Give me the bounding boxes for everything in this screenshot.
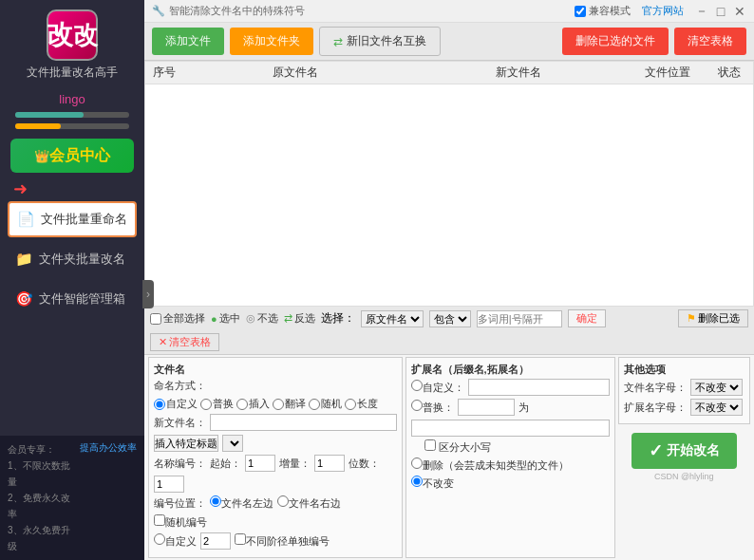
add-file-button[interactable]: 添加文件 [152, 28, 224, 55]
digits-label: 位数： [349, 457, 380, 471]
right-panels: 其他选项 文件名字母： 不改变 扩展名字母： 不改变 ✓ 开始改名 [618, 357, 750, 558]
mode-translate-radio[interactable]: 翻译 [273, 397, 306, 411]
smart-clean-label: 智能清除文件名中的特殊符号 [169, 4, 305, 18]
close-button[interactable]: ✕ [733, 5, 746, 18]
filename-char-select[interactable]: 不改变 [690, 379, 743, 396]
username-label: lingo [59, 92, 85, 106]
ext-panel-title: 扩展名（后缀名,拓展名） [411, 363, 610, 377]
choose-field-select[interactable]: 原文件名 [361, 310, 424, 327]
mode-replace-radio[interactable]: 普换 [200, 397, 234, 411]
vip-center-button[interactable]: 👑 会员中心 [10, 139, 134, 173]
filter-confirm-button[interactable]: 确定 [568, 309, 606, 327]
start-button[interactable]: ✓ 开始改名 [631, 433, 737, 469]
sidebar-item-folder-rename[interactable]: 📁 文件夹批量改名 [8, 241, 137, 277]
new-filename-input[interactable] [210, 414, 397, 431]
ext-custom-row: 自定义： [411, 379, 610, 396]
mode-random-radio[interactable]: 随机 [309, 397, 342, 411]
ext-char-label: 扩展名字母： [624, 401, 687, 415]
sidebar-item-file-manager[interactable]: 🎯 文件智能管理箱 [8, 281, 137, 317]
progress-bar-2-fill [15, 123, 61, 129]
filter-delete-done-button[interactable]: ⚑ 删除已选 [678, 309, 748, 327]
ext-char-select[interactable]: 不改变 [690, 399, 743, 416]
select-radio[interactable]: ● 选中 [211, 311, 240, 326]
ext-char-row: 扩展名字母： 不改变 [624, 399, 745, 416]
sidebar-item-batch-rename[interactable]: 📄 文件批量重命名 [8, 201, 137, 237]
progress-bar-1-fill [15, 112, 84, 118]
progress-bar-2 [15, 123, 129, 129]
delete-selected-button[interactable]: 删除已选的文件 [562, 28, 669, 55]
naming-mode-radio-group: 自定义 普换 插入 翻译 随机 长度 [154, 397, 378, 411]
mode-replace-label: 普换 [213, 397, 234, 411]
official-site-link[interactable]: 官方网站 [642, 4, 684, 18]
file-list-area: 序号 原文件名 新文件名 文件位置 状态 [144, 61, 754, 307]
filename-char-label: 文件名字母： [624, 381, 687, 395]
rename-mutual-button[interactable]: ⇄ 新旧文件名互换 [319, 27, 441, 56]
vip-label: 会员中心 [49, 146, 110, 166]
ext-case-row: 区分大小写 [411, 439, 610, 455]
sidebar-expand-button[interactable]: › [142, 280, 154, 308]
insert-marker-select[interactable] [222, 435, 243, 452]
app-logo: 改 [47, 9, 98, 61]
filter-clear-table-button[interactable]: ✕ 清空表格 [150, 333, 219, 351]
sidebar: 改 文件批量改名高手 lingo 👑 会员中心 ➜ 📄 文件批量重命名 📁 文件… [0, 0, 144, 560]
ext-replace-radio[interactable]: 普换： [411, 400, 454, 415]
ext-case-label: 区分大小写 [439, 441, 491, 453]
app-title: 文件批量改名高手 [27, 65, 118, 81]
compat-mode-checkbox[interactable]: 兼容模式 [575, 4, 631, 18]
step-label: 增量： [279, 457, 311, 471]
ext-replace-from-input[interactable] [458, 399, 515, 416]
maximize-button[interactable]: □ [714, 5, 727, 18]
minimize-button[interactable]: － [695, 5, 708, 18]
pos-right-label: 文件名右边 [289, 497, 341, 509]
serial-start-input[interactable] [245, 455, 275, 472]
pos-custom-input[interactable] [200, 532, 231, 550]
unselect-dot: ◎ [246, 312, 255, 325]
mode-length-radio[interactable]: 长度 [345, 397, 378, 411]
unselect-radio[interactable]: ◎ 不选 [246, 311, 278, 326]
no-repeat-checkbox[interactable]: 不同阶径单独编号 [235, 533, 330, 549]
reverse-radio[interactable]: ⇄ 反选 [284, 311, 315, 326]
serial-digits-input[interactable] [154, 476, 184, 493]
select-all-checkbox[interactable]: 全部选择 [150, 311, 205, 326]
file-manager-label: 文件智能管理箱 [39, 290, 125, 308]
filename-panel-title: 文件名 [154, 363, 397, 377]
ext-delete-radio[interactable]: 删除（会芸成未知类型的文件） [411, 457, 569, 473]
mode-length-label: 长度 [357, 397, 378, 411]
batch-rename-icon: 📄 [17, 211, 35, 228]
pos-custom-radio[interactable]: 自定义 [154, 533, 197, 549]
other-panel-title: 其他选项 [624, 363, 745, 377]
sidebar-bottom-text: 会员专享： 1、不限次数批量 2、免费永久改率 3、永久免费升级 [8, 441, 76, 554]
rename-mutual-label: 新旧文件名互换 [347, 33, 426, 49]
serial-pos-label: 编号位置： [154, 496, 206, 511]
ext-replace-to-input[interactable] [411, 420, 610, 437]
toolbar: 添加文件 添加文件夹 ⇄ 新旧文件名互换 删除已选的文件 清空表格 [144, 23, 754, 61]
insert-marker-button[interactable]: 插入特定标题 [154, 435, 218, 452]
col-status-header: 状态 [706, 65, 753, 81]
mode-insert-radio[interactable]: 插入 [236, 397, 270, 411]
ext-case-checkbox[interactable]: 区分大小写 [424, 439, 491, 455]
add-folder-button[interactable]: 添加文件夹 [230, 28, 313, 55]
naming-mode-label: 命名方式： [154, 379, 206, 393]
ext-custom-radio[interactable]: 自定义： [411, 380, 464, 395]
ext-custom-input[interactable] [468, 379, 610, 396]
pos-left-radio[interactable]: 文件名左边 [210, 495, 273, 511]
pos-random-label: 随机编号 [165, 516, 207, 528]
topbar: 🔧 智能清除文件名中的特殊符号 兼容模式 官方网站 － □ ✕ [144, 0, 754, 23]
filter-row: 全部选择 ● 选中 ◎ 不选 ⇄ 反选 选择： 原文件名 包含 确定 ⚑ 删除已… [144, 307, 754, 355]
start-button-label: 开始改名 [667, 442, 720, 459]
delete-done-icon: ⚑ [687, 312, 696, 325]
ext-no-change-radio[interactable]: 不改变 [411, 476, 454, 491]
topbar-left: 🔧 智能清除文件名中的特殊符号 [152, 4, 305, 18]
contain-select[interactable]: 包含 [429, 310, 471, 327]
mode-custom-radio[interactable]: 自定义 [154, 397, 198, 411]
filter-input[interactable] [477, 310, 562, 327]
new-filename-label: 新文件名： [154, 416, 206, 430]
pos-right-radio[interactable]: 文件名右边 [277, 495, 341, 511]
pos-random-checkbox[interactable]: 随机编号 [154, 514, 207, 530]
clear-table-button[interactable]: 清空表格 [674, 28, 746, 55]
start-label: 起始： [210, 457, 241, 471]
arrow-icon: ➜ [13, 178, 28, 199]
col-new-header: 新文件名 [406, 65, 630, 81]
select-all-label: 全部选择 [163, 311, 205, 326]
serial-step-input[interactable] [314, 455, 345, 472]
